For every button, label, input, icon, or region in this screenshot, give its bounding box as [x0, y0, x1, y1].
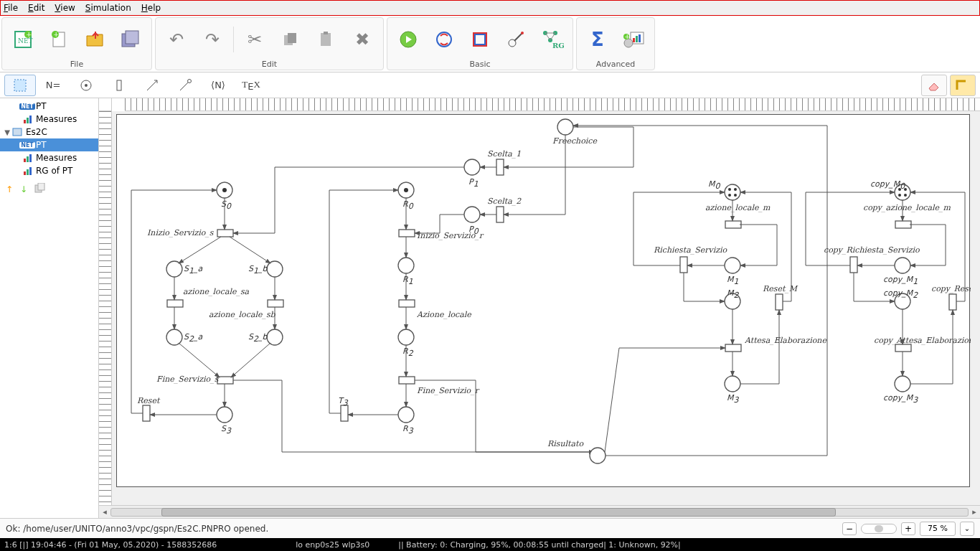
svg-point-113	[904, 188, 907, 191]
zoom-value: 75 %	[920, 522, 956, 536]
place-tool[interactable]	[70, 75, 102, 96]
svg-rect-57	[167, 300, 183, 307]
anglen-tool[interactable]: ⟨N⟩	[202, 75, 234, 96]
svg-rect-59	[268, 300, 283, 307]
toolgroup-file-label: File	[70, 60, 83, 70]
tree-project-es2c[interactable]: ▼Es2C	[0, 126, 98, 138]
redo-button[interactable]: ↷	[194, 23, 230, 56]
svg-point-115	[904, 194, 907, 197]
menu-edit[interactable]: Edit	[28, 3, 44, 13]
scroll-track[interactable]	[110, 508, 969, 517]
undo-button[interactable]: ↶	[159, 23, 194, 56]
svg-point-76	[398, 258, 414, 273]
svg-point-61	[166, 329, 182, 345]
scroll-right-icon[interactable]: ▸	[969, 507, 980, 517]
toolgroup-edit-label: Edit	[262, 60, 277, 70]
svg-rect-44	[496, 207, 504, 222]
menu-view[interactable]: View	[55, 3, 75, 13]
svg-point-55	[267, 261, 283, 277]
play-button[interactable]	[390, 23, 426, 56]
menu-simulation[interactable]: Simulation	[85, 3, 131, 13]
select-tool[interactable]	[4, 75, 36, 96]
taskbar-net: lo enp0s25 wlp3s0	[296, 540, 369, 550]
svg-rect-106	[725, 344, 741, 352]
toolgroup-basic-label: Basic	[469, 60, 490, 70]
zoom-in-button[interactable]: +	[901, 522, 915, 535]
measure-button[interactable]	[498, 23, 534, 56]
new-net-button[interactable]: NET+	[5, 23, 41, 56]
scroll-left-icon[interactable]: ◂	[99, 507, 110, 517]
svg-text:R0: R0	[402, 199, 414, 211]
main-toolbar: NET+ + File ↶ ↷ ✂ ✖ Edit RG Basic Σ	[0, 16, 980, 72]
duplicate-button[interactable]	[34, 183, 46, 195]
cut-button[interactable]: ✂	[237, 23, 273, 56]
project-tree[interactable]: NETPT Measures ▼Es2C NETPT Measures RG o…	[0, 98, 98, 179]
svg-point-108	[725, 376, 740, 392]
tree-pt-2[interactable]: NETPT	[0, 138, 98, 151]
svg-rect-8	[126, 31, 138, 44]
svg-point-69	[217, 407, 232, 423]
menu-file[interactable]: File	[4, 3, 18, 13]
svg-text:Scelta_1: Scelta_1	[487, 149, 521, 159]
move-down-button[interactable]: ↓	[20, 184, 27, 194]
petri-net-page[interactable]: Freechoice Scelta_1 P1 Scelta_2 P0 S0 In…	[116, 114, 970, 487]
svg-rect-16	[475, 34, 485, 44]
canvas[interactable]: Freechoice Scelta_1 P1 Scelta_2 P0 S0 In…	[112, 111, 980, 505]
svg-rect-33	[117, 80, 121, 90]
transition-tool[interactable]	[103, 75, 135, 96]
project-sidebar: NETPT Measures ▼Es2C NETPT Measures RG o…	[0, 98, 99, 518]
svg-text:S3: S3	[221, 424, 232, 435]
svg-point-46	[464, 207, 480, 222]
sigma-button[interactable]: Σ	[580, 23, 616, 56]
svg-rect-126	[895, 344, 911, 352]
n-tool[interactable]: N=	[37, 75, 69, 96]
svg-point-42	[464, 159, 480, 175]
svg-point-118	[895, 258, 910, 273]
delete-button[interactable]: ✖	[344, 23, 380, 56]
eraser-tool[interactable]	[921, 75, 947, 96]
save-all-button[interactable]	[113, 23, 149, 56]
svg-rect-25	[636, 36, 638, 42]
zoom-slider[interactable]	[861, 524, 897, 534]
svg-rect-35	[13, 128, 22, 136]
svg-text:P1: P1	[468, 177, 479, 189]
move-up-button[interactable]: ↑	[6, 184, 13, 194]
paste-button[interactable]	[308, 23, 344, 56]
scroll-thumb[interactable]	[161, 508, 836, 517]
new-page-button[interactable]: +	[41, 23, 77, 56]
tree-measures-1[interactable]: Measures	[0, 113, 98, 126]
open-button[interactable]	[77, 23, 113, 56]
svg-point-114	[898, 194, 901, 197]
tex-tool[interactable]: TEX	[235, 75, 267, 96]
svg-rect-84	[341, 405, 348, 421]
svg-rect-124	[949, 294, 956, 310]
petri-net-diagram[interactable]: Freechoice Scelta_1 P1 Scelta_2 P0 S0 In…	[117, 115, 971, 488]
unfold-button[interactable]	[426, 23, 462, 56]
toolgroup-basic: RG Basic	[387, 17, 573, 70]
svg-point-90	[725, 184, 740, 200]
svg-rect-67	[143, 405, 150, 421]
svg-point-94	[728, 194, 731, 197]
svg-text:Fine_Servizio_r: Fine_Servizio_r	[417, 386, 480, 395]
bounds-button[interactable]	[462, 23, 498, 56]
tree-measures-2[interactable]: Measures	[0, 151, 98, 164]
zoom-out-button[interactable]: −	[842, 522, 857, 535]
gear-chart-button[interactable]: +	[616, 23, 651, 56]
copy-button[interactable]	[273, 23, 308, 56]
svg-text:Richiesta_Servizio: Richiesta_Servizio	[654, 245, 728, 255]
tree-pt-1[interactable]: NETPT	[0, 100, 98, 113]
horizontal-scrollbar[interactable]: ◂ ▸	[99, 505, 980, 518]
svg-point-18	[521, 32, 524, 34]
svg-rect-116	[895, 221, 911, 228]
toolgroup-advanced: Σ + Advanced	[576, 17, 655, 70]
svg-point-72	[404, 188, 408, 192]
arc-tool[interactable]	[136, 75, 168, 96]
ruler-toggle[interactable]	[950, 75, 976, 96]
zoom-dropdown[interactable]: ⌄	[960, 522, 974, 536]
svg-rect-74	[399, 230, 415, 237]
menu-help[interactable]: Help	[141, 3, 161, 13]
svg-text:S2_b: S2_b	[248, 332, 268, 344]
tree-rg[interactable]: RG of PT	[0, 164, 98, 177]
rg-button[interactable]: RG	[534, 23, 570, 56]
inhibitor-tool[interactable]	[169, 75, 201, 96]
